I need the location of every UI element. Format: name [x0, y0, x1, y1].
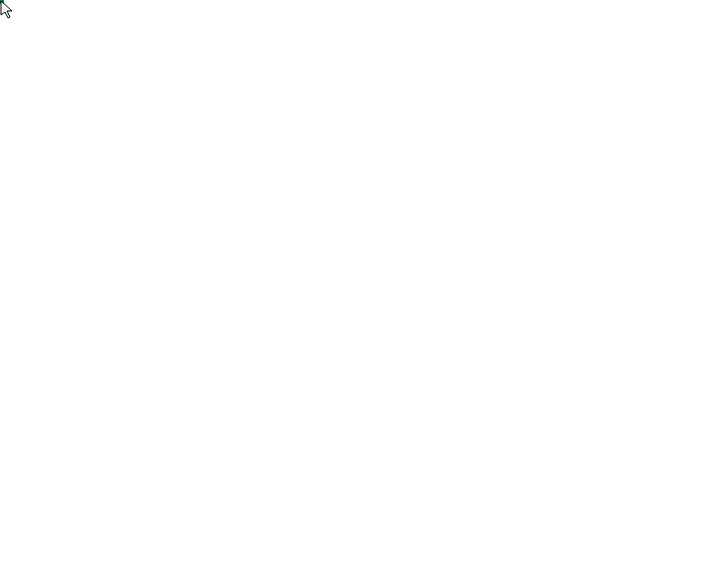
selection-marquee: [0, 0, 4, 4]
mouse-cursor-icon: [0, 0, 16, 23]
